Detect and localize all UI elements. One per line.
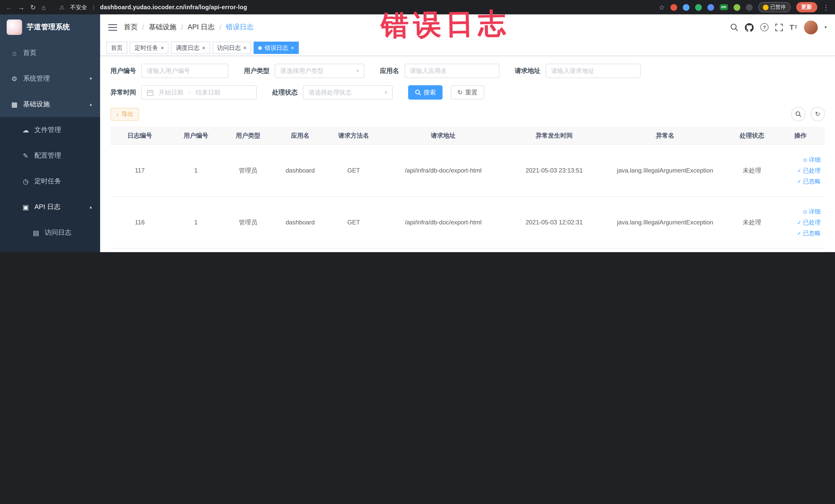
update-button[interactable]: 更新 bbox=[796, 2, 817, 12]
tab-close-icon[interactable]: × bbox=[161, 45, 164, 51]
request-url-input[interactable] bbox=[546, 64, 640, 78]
chevron-down-icon: ▾ bbox=[385, 90, 387, 95]
process-status-label: 处理状态 bbox=[272, 88, 298, 97]
browser-menu-icon[interactable]: ⋮ bbox=[823, 4, 829, 11]
top-navbar: 首页/基础设施/API 日志/错误日志 ? TT ▾ bbox=[100, 14, 835, 40]
column-header-user-type: 用户类型 bbox=[223, 127, 273, 144]
extension-icon-on-badge[interactable]: on bbox=[719, 4, 728, 10]
search-toggle-button[interactable] bbox=[791, 107, 805, 121]
sidebar-item-system[interactable]: ⚙系统管理▾ bbox=[0, 66, 100, 92]
user-id-input[interactable] bbox=[141, 64, 228, 78]
extension-icon-paw[interactable] bbox=[746, 4, 752, 11]
tab-close-icon[interactable]: × bbox=[202, 45, 205, 51]
font-size-icon[interactable]: TT bbox=[790, 23, 797, 31]
breadcrumb-item[interactable]: 基础设施 bbox=[149, 23, 177, 32]
sidebar-item-home[interactable]: ⌂首页 bbox=[0, 40, 100, 66]
ignored-link[interactable]: ✓已忽略 bbox=[797, 229, 821, 237]
sidebar-item-file[interactable]: ☁文件管理 bbox=[0, 117, 100, 143]
cell-request-method: GET bbox=[327, 196, 381, 248]
cell-exception-name: java.lang.IllegalArgumentException bbox=[602, 144, 728, 196]
sidebar-item-label: 文件管理 bbox=[34, 125, 61, 135]
reset-button[interactable]: ↻ 重置 bbox=[451, 85, 484, 100]
app-name-input[interactable] bbox=[404, 64, 499, 78]
extension-icon-blue-grid[interactable] bbox=[707, 4, 714, 11]
sidebar-item-label: 首页 bbox=[23, 48, 37, 58]
paused-badge[interactable]: 已暂停 bbox=[758, 2, 790, 12]
sidebar-item-infra[interactable]: ▦基础设施▴ bbox=[0, 92, 100, 117]
processed-link[interactable]: ✓已处理 bbox=[797, 219, 821, 226]
refresh-button[interactable]: ↻ bbox=[810, 107, 825, 121]
tab-job[interactable]: 定时任务× bbox=[130, 42, 169, 54]
user-type-select[interactable]: 请选择用户类型 ▾ bbox=[274, 64, 365, 78]
back-icon[interactable]: ← bbox=[6, 4, 12, 11]
process-status-select[interactable]: 请选择处理状态 ▾ bbox=[303, 85, 393, 100]
bookmark-star-icon[interactable]: ☆ bbox=[659, 4, 665, 11]
tab-close-icon[interactable]: × bbox=[243, 45, 247, 51]
config-icon: ✎ bbox=[22, 152, 30, 159]
cell-exception-name: java.lang.IllegalArgumentException bbox=[602, 248, 728, 252]
breadcrumb-item[interactable]: API 日志 bbox=[188, 23, 215, 32]
sidebar-item-label: 基础设施 bbox=[23, 100, 50, 109]
table-header-row: 日志编号用户编号用户类型应用名请求方法名请求地址异常发生时间异常名处理状态操作 bbox=[110, 127, 825, 144]
url-text[interactable]: dashboard.yudao.iocoder.cn/infra/log/api… bbox=[100, 4, 247, 10]
end-date-placeholder[interactable]: 结束日期 bbox=[196, 88, 220, 97]
request-url-label: 请求地址 bbox=[515, 66, 540, 75]
home-icon: ⌂ bbox=[10, 49, 19, 57]
security-label[interactable]: 不安全 bbox=[70, 3, 87, 11]
column-header-request-method: 请求方法名 bbox=[327, 127, 381, 144]
extension-icon-blue-drop[interactable] bbox=[683, 4, 689, 11]
search-icon[interactable] bbox=[730, 23, 738, 31]
breadcrumb-item[interactable]: 错误日志 bbox=[226, 23, 253, 32]
download-icon: ↓ bbox=[116, 111, 119, 117]
ignored-link[interactable]: ✓已忽略 bbox=[797, 177, 821, 185]
column-header-status: 处理状态 bbox=[728, 127, 776, 144]
reload-icon[interactable]: ↻ bbox=[30, 4, 36, 11]
infra-icon: ▦ bbox=[10, 100, 19, 108]
cell-app-name: dashboard bbox=[273, 144, 327, 196]
github-icon[interactable] bbox=[745, 23, 754, 32]
cell-user-type: 管理员 bbox=[223, 248, 273, 252]
extension-icon-red[interactable] bbox=[670, 4, 677, 11]
filter-user-id: 用户编号 bbox=[110, 64, 228, 78]
search-button[interactable]: 搜索 bbox=[408, 85, 443, 100]
forward-icon[interactable]: → bbox=[18, 4, 25, 11]
sidebar-item-config[interactable]: ✎配置管理 bbox=[0, 143, 100, 168]
browser-home-icon[interactable]: ⌂ bbox=[42, 4, 46, 11]
app-logo[interactable]: 芋道管理系统 bbox=[0, 14, 100, 40]
sidebar-item-access-log[interactable]: ▤访问日志 bbox=[0, 220, 100, 245]
tab-error-log[interactable]: 错误日志× bbox=[254, 42, 299, 54]
detail-link[interactable]: ⊙详细 bbox=[803, 156, 821, 164]
cell-user-id: 1 bbox=[169, 248, 223, 252]
tab-access-log[interactable]: 访问日志× bbox=[212, 42, 251, 54]
warning-icon: ⚠ bbox=[60, 4, 65, 11]
exception-time-label: 异常时间 bbox=[110, 88, 136, 97]
tab-job-log[interactable]: 调度日志× bbox=[171, 42, 210, 54]
avatar-chevron-down-icon[interactable]: ▾ bbox=[824, 25, 827, 30]
export-button[interactable]: ↓ 导出 bbox=[110, 107, 139, 120]
filter-exception-time: 异常时间 开始日期 - 结束日期 bbox=[110, 85, 257, 100]
hamburger-icon[interactable] bbox=[108, 23, 117, 31]
start-date-placeholder[interactable]: 开始日期 bbox=[159, 88, 183, 97]
processed-link[interactable]: ✓已处理 bbox=[797, 167, 821, 174]
column-header-request-url: 请求地址 bbox=[381, 127, 506, 144]
browser-toolbar: ← → ↻ ⌂ ⚠ 不安全 | dashboard.yudao.iocoder.… bbox=[0, 0, 835, 14]
tab-close-icon[interactable]: × bbox=[291, 45, 294, 51]
sidebar-item-label: 访问日志 bbox=[45, 228, 72, 237]
detail-link[interactable]: ⊙详细 bbox=[803, 208, 821, 216]
sidebar-item-error-log[interactable]: ▤错误日志 bbox=[0, 245, 100, 252]
sidebar-item-api-log[interactable]: ▣API 日志▴ bbox=[0, 194, 100, 220]
sidebar-item-job[interactable]: ◷定时任务 bbox=[0, 168, 100, 194]
exception-time-range-picker[interactable]: 开始日期 - 结束日期 bbox=[141, 85, 257, 100]
breadcrumb-item[interactable]: 首页 bbox=[124, 23, 138, 32]
fullscreen-icon[interactable] bbox=[775, 23, 783, 31]
eye-icon: ⊙ bbox=[803, 157, 807, 163]
chevron-down-icon: ▾ bbox=[89, 76, 92, 81]
extension-icon-leaf[interactable] bbox=[733, 4, 740, 11]
column-header-log-id: 日志编号 bbox=[110, 127, 169, 144]
user-avatar[interactable] bbox=[804, 20, 818, 34]
tab-label: 错误日志 bbox=[265, 44, 288, 52]
help-icon[interactable]: ? bbox=[760, 23, 769, 31]
extension-icon-green[interactable] bbox=[695, 4, 701, 11]
reset-button-label: 重置 bbox=[465, 88, 477, 97]
tab-home[interactable]: 首页 bbox=[106, 42, 127, 54]
